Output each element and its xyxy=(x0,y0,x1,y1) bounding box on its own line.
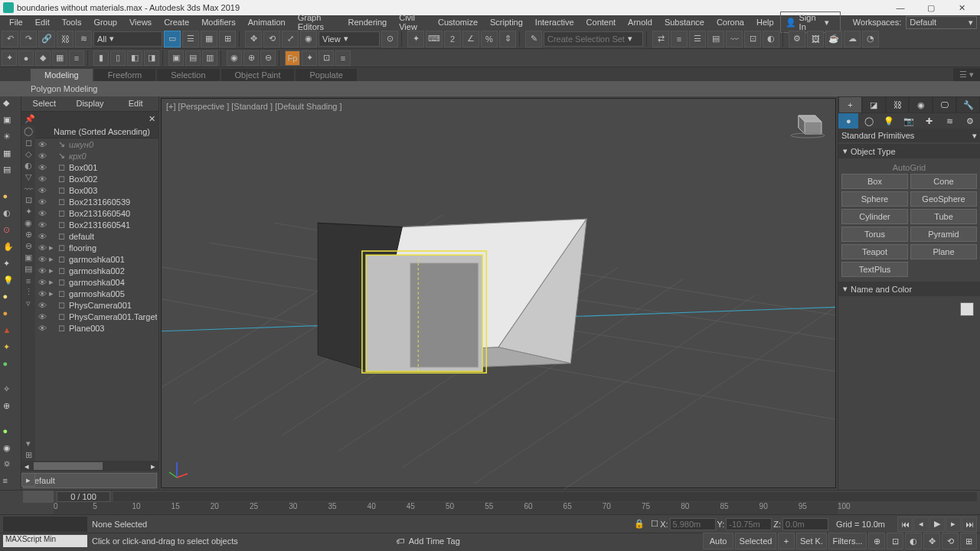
key-button[interactable]: + xyxy=(778,533,795,549)
visibility-icon[interactable]: 👁 xyxy=(37,197,47,207)
filter-icon[interactable]: ◇ xyxy=(21,148,35,160)
tool-icon[interactable]: ▣ xyxy=(168,51,184,66)
explorer-hscroll[interactable]: ◂▸ xyxy=(21,461,158,471)
cmd-sub-helpers[interactable]: ✚ xyxy=(920,113,939,129)
snap-angle-button[interactable]: ∠ xyxy=(462,31,479,47)
menu-corona[interactable]: Corona xyxy=(710,18,750,27)
cmd-tab-create[interactable]: + xyxy=(838,96,862,113)
visibility-icon[interactable]: 👁 xyxy=(37,312,47,321)
keyboard-shortcut-button[interactable]: ⌨ xyxy=(426,31,443,47)
expand-icon[interactable]: ▸ xyxy=(47,243,55,253)
tool-icon[interactable]: ▦ xyxy=(52,51,67,66)
key-filters-button[interactable]: Filters... xyxy=(828,533,867,549)
x-coord-input[interactable]: 5.980m xyxy=(670,518,716,530)
spinner-snap-button[interactable]: ⇕ xyxy=(499,31,516,47)
cmd-sub-spacewarps[interactable]: ≋ xyxy=(939,113,959,129)
primitive-box[interactable]: Box xyxy=(841,174,908,189)
tool-icon[interactable]: ✦ xyxy=(302,51,317,66)
tool-icon[interactable]: ◧ xyxy=(127,51,142,66)
window-crossing-button[interactable]: ⊞ xyxy=(219,31,236,47)
filter-icon[interactable]: ▽ xyxy=(21,171,35,183)
cmd-sub-geometry[interactable]: ● xyxy=(838,113,858,129)
visibility-icon[interactable]: 👁 xyxy=(37,186,47,195)
dock-icon[interactable]: ⊕ xyxy=(3,401,18,415)
filter-icon[interactable]: ✦ xyxy=(21,206,35,217)
dock-icon[interactable]: ● xyxy=(3,308,18,322)
scene-item[interactable]: 👁◻Box003 xyxy=(35,184,158,196)
cmd-tab-motion[interactable]: ◉ xyxy=(909,96,933,113)
filter-icon[interactable]: ⊞ xyxy=(21,449,35,461)
tool-icon[interactable]: ◉ xyxy=(227,51,242,66)
timeline-ruler[interactable]: 0510152025303540455055606570758085909510… xyxy=(54,502,838,514)
select-place-button[interactable]: ◉ xyxy=(300,31,317,47)
cmd-sub-shapes[interactable]: ◯ xyxy=(858,113,878,129)
cmd-sub-cameras[interactable]: 📷 xyxy=(899,113,919,129)
expand-icon[interactable]: ▸ xyxy=(47,266,55,276)
mirror-button[interactable]: ⇄ xyxy=(652,31,669,47)
visibility-icon[interactable]: 👁 xyxy=(37,289,47,298)
frame-indicator[interactable]: 0 / 100 xyxy=(57,491,110,502)
visibility-icon[interactable]: 👁 xyxy=(37,266,47,276)
visibility-icon[interactable]: 👁 xyxy=(37,255,47,264)
menu-help[interactable]: Help xyxy=(750,18,780,27)
time-slider[interactable]: 0 / 100 xyxy=(0,490,980,502)
primitive-textplus[interactable]: TextPlus xyxy=(841,262,908,277)
schematic-view-button[interactable]: ⊡ xyxy=(744,31,761,47)
cmd-tab-modify[interactable]: ◪ xyxy=(862,96,886,113)
primitive-sphere[interactable]: Sphere xyxy=(841,191,908,207)
primitive-geosphere[interactable]: GeoSphere xyxy=(910,191,977,207)
menu-customize[interactable]: Customize xyxy=(432,18,484,27)
menu-civil-view[interactable]: Civil View xyxy=(393,13,432,31)
scene-item[interactable]: 👁◻PhysCamera001.Target xyxy=(35,311,158,322)
select-manipulate-button[interactable]: ✦ xyxy=(407,31,424,47)
cmd-sub-systems[interactable]: ⚙ xyxy=(960,113,980,129)
select-scale-button[interactable]: ⤢ xyxy=(282,31,299,47)
view-cube[interactable] xyxy=(788,105,826,139)
bind-spacewarp-button[interactable]: ≋ xyxy=(75,31,92,47)
nav-icon[interactable]: ⊡ xyxy=(887,533,903,549)
dock-icon[interactable]: ✦ xyxy=(3,342,18,356)
ribbon-group-label[interactable]: Polygon Modeling xyxy=(31,84,97,93)
autogrid-checkbox[interactable]: AutoGrid xyxy=(841,161,977,174)
select-by-name-button[interactable]: ☰ xyxy=(182,31,199,47)
dock-icon[interactable]: ▣ xyxy=(3,115,18,129)
primitive-cylinder[interactable]: Cylinder xyxy=(841,209,908,224)
dock-icon[interactable]: ✦ xyxy=(3,259,18,272)
y-coord-input[interactable]: -10.75m xyxy=(726,518,772,530)
expand-icon[interactable]: ▸ xyxy=(47,289,55,298)
scene-item[interactable]: 👁◻PhysCamera001 xyxy=(35,299,158,311)
tool-icon[interactable]: ⊡ xyxy=(318,51,334,66)
primitive-teapot[interactable]: Teapot xyxy=(841,244,908,259)
tool-icon[interactable]: ▥ xyxy=(202,51,217,66)
dock-icon[interactable]: ⛭ xyxy=(3,459,18,473)
menu-views[interactable]: Views xyxy=(123,18,158,27)
filter-icon[interactable]: ≡ xyxy=(21,275,35,286)
ribbon-tab-freeform[interactable]: Freeform xyxy=(94,69,156,81)
menu-modifiers[interactable]: Modifiers xyxy=(195,18,242,27)
dock-icon[interactable]: ● xyxy=(3,292,18,305)
axis-gizmo[interactable] xyxy=(168,458,191,481)
named-selection-dropdown[interactable]: Create Selection Set▾ xyxy=(544,31,643,47)
primitive-pyramid[interactable]: Pyramid xyxy=(910,227,977,242)
tool-icon[interactable]: ⊕ xyxy=(243,51,259,66)
visibility-icon[interactable]: 👁 xyxy=(37,301,47,310)
tool-icon[interactable]: ✦ xyxy=(2,51,17,66)
snap-percent-button[interactable]: % xyxy=(481,31,498,47)
tool-icon[interactable]: ◆ xyxy=(35,51,51,66)
tool-icon[interactable]: ⊖ xyxy=(260,51,276,66)
prev-frame-button[interactable]: ◂ xyxy=(913,517,929,532)
maxscript-listener[interactable]: MAXScript Min xyxy=(3,535,87,547)
goto-end-button[interactable]: ⏭ xyxy=(962,517,977,532)
dock-icon[interactable]: ✧ xyxy=(3,384,18,398)
workspace-dropdown[interactable]: Default ▾ xyxy=(906,16,977,29)
reference-coord-dropdown[interactable]: View▾ xyxy=(318,31,380,47)
nav-icon[interactable]: ◐ xyxy=(905,533,922,549)
dock-icon[interactable]: ▤ xyxy=(3,165,18,178)
primitive-torus[interactable]: Torus xyxy=(841,227,908,242)
nav-icon[interactable]: ⟲ xyxy=(942,533,959,549)
cmd-tab-hierarchy[interactable]: ⛓ xyxy=(886,96,910,113)
menu-create[interactable]: Create xyxy=(158,18,195,27)
dock-icon[interactable]: ● xyxy=(3,359,18,373)
filter-icon[interactable]: ◉ xyxy=(21,217,35,229)
selection-filter-dropdown[interactable]: All▾ xyxy=(93,31,162,47)
